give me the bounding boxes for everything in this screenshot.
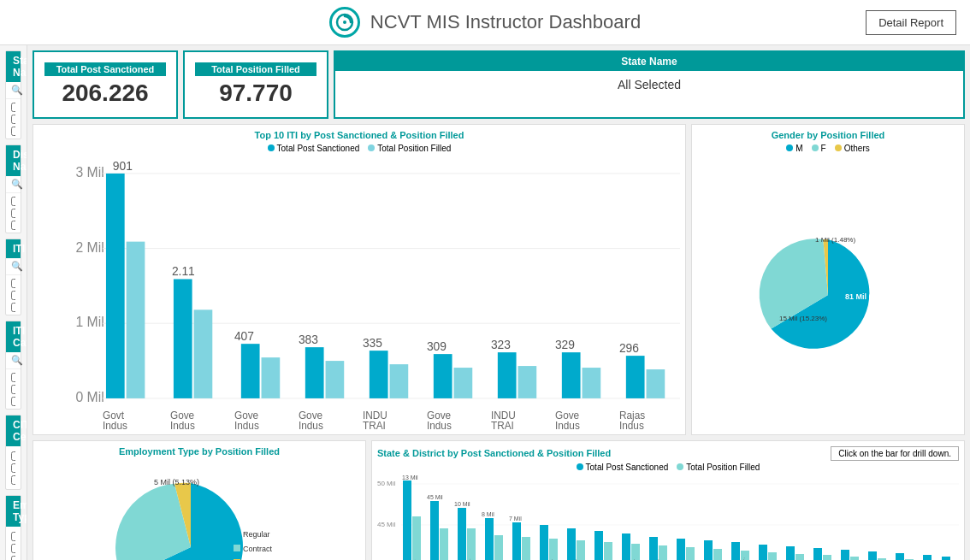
svg-text:Indus: Indus [170, 420, 195, 429]
total-position-filled-value: 97.770 [195, 80, 316, 107]
svg-text:13 Mil: 13 Mil [402, 475, 418, 480]
state-district-chart-legend: Total Post Sanctioned Total Position Fil… [377, 463, 959, 472]
filter-district-name: District Name 🔍 Selecionar tudo 24 PARAG… [5, 144, 21, 233]
svg-rect-99 [594, 531, 603, 560]
employment-pie-svg: 77 Mil (78.94%) 16 Mil (15.93%) 5 Mil (5… [101, 466, 298, 560]
svg-text:329: 329 [555, 338, 575, 351]
svg-rect-77 [430, 501, 439, 560]
svg-text:335: 335 [363, 336, 382, 350]
charts-row-2: Employment Type by Position Filled 77 Mi… [33, 440, 965, 560]
svg-rect-35 [647, 369, 665, 398]
filter-iti-search[interactable]: 🔍 [6, 258, 21, 275]
filter-district-name-search[interactable]: 🔍 [6, 176, 21, 193]
header-icon [329, 7, 360, 38]
filter-employment-type: Employment Type Selecionar tudo Contract… [5, 495, 21, 560]
svg-rect-109 [686, 547, 695, 560]
state-name-value: All Selected [335, 71, 963, 98]
list-item[interactable]: Selecionar tudo [11, 101, 15, 113]
state-district-chart-title: State & District by Post Sanctioned & Po… [377, 448, 611, 458]
svg-rect-89 [512, 522, 521, 560]
svg-text:2 Mil: 2 Mil [75, 240, 104, 255]
svg-text:Indus: Indus [555, 420, 580, 429]
list-item[interactable]: "GOVERNMENT ITI SATT... [11, 301, 15, 313]
list-item[interactable]: All India Women Confere... [11, 289, 15, 301]
svg-text:1 Mil: 1 Mil [75, 315, 104, 329]
svg-text:0 Mil: 0 Mil [75, 390, 104, 404]
svg-rect-11 [127, 242, 145, 398]
svg-rect-105 [649, 537, 658, 560]
list-item[interactable]: 24 PARAGANAS NORTH [11, 207, 15, 219]
gender-chart-title: Gender by Position Filled [697, 130, 959, 140]
filter-iti-category: ITI Category 🔍 Selecionar tudo IEm branc… [5, 321, 21, 410]
top10-bar-chart-area: 3 Mil 2 Mil 1 Mil 0 Mil [38, 156, 680, 429]
svg-text:Contract: Contract [243, 545, 273, 553]
filter-state-name-title: State Name [6, 51, 21, 82]
svg-rect-61 [234, 530, 240, 537]
svg-rect-114 [731, 542, 740, 560]
list-item[interactable]: ANDAMAN AND NICOBA... [11, 113, 15, 125]
svg-rect-78 [440, 528, 448, 560]
svg-text:309: 309 [427, 339, 447, 353]
svg-text:323: 323 [491, 338, 511, 351]
svg-text:Indus: Indus [103, 420, 127, 429]
svg-rect-73 [403, 480, 411, 560]
svg-rect-26 [454, 368, 473, 398]
svg-text:296: 296 [619, 341, 639, 355]
svg-rect-118 [768, 552, 777, 560]
list-item[interactable]: Yes [11, 474, 15, 486]
svg-rect-23 [390, 364, 409, 398]
svg-rect-31 [562, 352, 581, 398]
drill-down-button[interactable]: Click on the bar for drill down. [831, 446, 959, 461]
svg-text:Regular: Regular [243, 530, 270, 539]
list-item[interactable]: Selecionar tudo [11, 277, 15, 289]
svg-rect-90 [522, 537, 530, 560]
svg-text:3 Mil: 3 Mil [75, 165, 104, 180]
top10-chart-title: Top 10 ITI by Post Sanctioned & Position… [38, 130, 680, 140]
svg-rect-81 [458, 508, 466, 560]
employment-chart-title: Employment Type by Position Filled [38, 446, 360, 457]
svg-text:45 Mil: 45 Mil [377, 521, 396, 528]
svg-rect-117 [759, 545, 767, 560]
filter-state-name-search[interactable]: 🔍 [6, 82, 21, 99]
legend-filled2: Total Position Filled [677, 463, 760, 472]
content-area: Total Post Sanctioned 206.226 Total Posi… [27, 45, 970, 560]
top10-chart-legend: Total Post Sanctioned Total Position Fil… [38, 144, 680, 153]
total-post-sanctioned-card: Total Post Sanctioned 206.226 [33, 50, 178, 119]
svg-rect-19 [305, 347, 324, 398]
state-name-card: State Name All Selected [334, 50, 965, 119]
list-item[interactable]: ANDHRA PRADESH [11, 125, 15, 137]
list-item[interactable]: Contract [11, 542, 15, 554]
list-item[interactable]: 24 PARAGANAS SOUTH [11, 219, 15, 231]
body: State Name 🔍 Selecionar tudo ANDAMAN AND… [0, 45, 970, 560]
svg-rect-108 [677, 539, 685, 560]
charts-row-1: Top 10 ITI by Post Sanctioned & Position… [33, 124, 965, 435]
svg-rect-82 [467, 528, 476, 560]
gender-chart: Gender by Position Filled M F Others [691, 124, 965, 435]
filter-iti-category-search[interactable]: 🔍 [6, 352, 21, 369]
search-icon: 🔍 [11, 85, 23, 96]
list-item[interactable]: Selecionar tudo [11, 450, 15, 462]
search-icon: 🔍 [11, 355, 23, 366]
list-item[interactable]: Selecionar tudo [11, 371, 15, 383]
svg-text:1 Mil (1.48%): 1 Mil (1.48%) [815, 236, 855, 244]
list-item[interactable]: Selecionar tudo [11, 530, 15, 542]
detail-report-button[interactable]: Detail Report [866, 10, 956, 35]
svg-text:901: 901 [113, 159, 133, 173]
legend-sanctioned2: Total Post Sanctioned [577, 463, 669, 472]
top10-bar-chart-svg: 3 Mil 2 Mil 1 Mil 0 Mil [38, 156, 680, 429]
svg-rect-106 [659, 545, 667, 560]
list-item[interactable]: IEm branco [11, 383, 15, 395]
svg-rect-14 [194, 309, 213, 398]
filter-employment-title: Employment Type [6, 496, 21, 527]
list-item[interactable]: No [11, 462, 15, 474]
svg-rect-17 [262, 357, 281, 398]
list-item[interactable]: Selecionar tudo [11, 195, 15, 207]
list-item[interactable]: G [11, 395, 15, 407]
svg-rect-74 [412, 516, 421, 560]
total-position-filled-card: Total Position Filled 97.770 [183, 50, 328, 119]
filter-district-name-title: District Name [6, 145, 21, 176]
list-item[interactable]: Others [11, 554, 15, 560]
svg-rect-138 [942, 557, 950, 560]
main-container: NCVT MIS Instructor Dashboard Detail Rep… [0, 0, 970, 560]
svg-point-1 [343, 21, 346, 24]
